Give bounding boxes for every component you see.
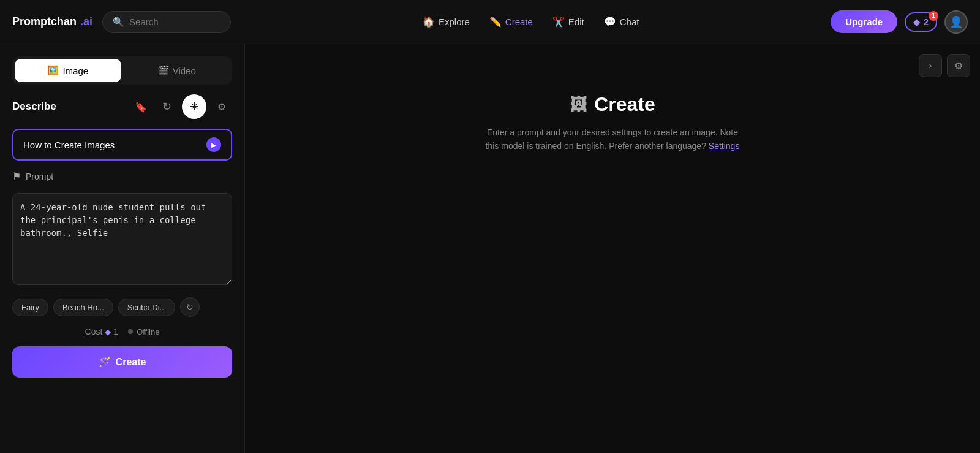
create-panel-title-text: Create	[594, 93, 655, 116]
nav-explore[interactable]: 🏠 Explore	[423, 16, 470, 28]
upgrade-button[interactable]: Upgrade	[831, 10, 897, 33]
create-panel-description: Enter a prompt and your desired settings…	[486, 126, 740, 153]
how-to-label: How to Create Images	[23, 140, 115, 150]
settings-link[interactable]: Settings	[709, 141, 740, 151]
desc-line1: Enter a prompt and your desired settings…	[487, 128, 738, 137]
tab-image[interactable]: 🖼️ Image	[15, 59, 121, 82]
sidebar: 🖼️ Image 🎬 Video Describe 🔖 ↻ ✳	[0, 44, 245, 453]
create-panel-image-icon: 🖼	[570, 94, 587, 115]
settings-button[interactable]: ⚙	[211, 96, 232, 117]
video-tab-label: Video	[173, 66, 196, 76]
diamond-count: 2	[924, 17, 929, 27]
create-panel: 🖼 Create Enter a prompt and your desired…	[486, 93, 740, 153]
refresh-button[interactable]: ↻	[156, 96, 177, 117]
tag-beach[interactable]: Beach Ho...	[53, 299, 113, 316]
offline-label: Offline	[137, 327, 159, 337]
logo-dot: .ai	[80, 15, 92, 28]
create-icon: ✏️	[489, 16, 502, 28]
create-label: Create	[116, 357, 146, 368]
tag-row: Fairy Beach Ho... Scuba Di... ↻	[12, 297, 232, 317]
how-to-create-button[interactable]: How to Create Images ▶	[12, 129, 232, 161]
search-input[interactable]	[129, 17, 221, 27]
prompt-textarea[interactable]: A 24-year-old nude student pulls out the…	[12, 193, 232, 285]
nav-edit-label: Edit	[568, 17, 584, 27]
image-tab-icon: 🖼️	[47, 65, 59, 76]
explore-icon: 🏠	[423, 16, 435, 28]
bookmark-button[interactable]: 🔖	[130, 96, 151, 117]
create-panel-title: 🖼 Create	[486, 93, 740, 116]
gear-corner-icon: ⚙	[954, 60, 963, 72]
cost-row: Cost ◆ 1 Offline	[12, 327, 232, 337]
main-content: › ⚙ 🖼 Create Enter a prompt and your des…	[245, 44, 980, 453]
header-nav: 🏠 Explore ✏️ Create ✂️ Edit 💬 Chat	[423, 16, 639, 28]
corner-buttons: › ⚙	[919, 54, 970, 77]
logo: Promptchan.ai	[12, 15, 92, 28]
header-actions: Upgrade ◆ 2 1 👤	[831, 10, 968, 34]
tab-video[interactable]: 🎬 Video	[124, 59, 230, 82]
prompt-header: ⚑ Prompt	[12, 170, 232, 182]
nav-chat-label: Chat	[620, 17, 639, 27]
gear-icon: ⚙	[217, 101, 226, 113]
header-left: Promptchan.ai 🔍	[12, 11, 231, 33]
logo-text: Promptchan	[12, 15, 77, 28]
create-wand-icon: 🪄	[99, 356, 111, 368]
cost-diamond-icon: ◆	[105, 327, 111, 337]
search-bar[interactable]: 🔍	[102, 11, 231, 33]
chevron-right-icon: ›	[929, 60, 932, 71]
settings-corner-button[interactable]: ⚙	[947, 54, 970, 77]
describe-header: Describe 🔖 ↻ ✳ ⚙	[12, 94, 232, 119]
nav-chat[interactable]: 💬 Chat	[604, 16, 639, 28]
describe-actions: 🔖 ↻ ✳ ⚙	[130, 94, 232, 119]
image-tab-label: Image	[62, 66, 88, 76]
search-icon: 🔍	[113, 17, 124, 28]
prompt-section: ⚑ Prompt A 24-year-old nude student pull…	[12, 170, 232, 287]
magic-button[interactable]: ✳	[182, 94, 206, 119]
avatar-button[interactable]: 👤	[944, 10, 968, 34]
tag-scuba[interactable]: Scuba Di...	[118, 299, 176, 316]
refresh-icon: ↻	[162, 100, 172, 113]
prompt-label: Prompt	[26, 172, 53, 181]
describe-title: Describe	[12, 101, 56, 113]
offline-dot	[128, 329, 133, 334]
edit-icon: ✂️	[552, 16, 565, 28]
nav-explore-label: Explore	[439, 17, 470, 27]
main-layout: 🖼️ Image 🎬 Video Describe 🔖 ↻ ✳	[0, 44, 980, 453]
tag-fairy[interactable]: Fairy	[12, 299, 48, 316]
cost-value: 1	[113, 327, 118, 337]
expand-button[interactable]: ›	[919, 54, 942, 77]
cost-label: Cost ◆ 1	[85, 327, 119, 337]
magic-icon: ✳	[190, 100, 199, 113]
video-tab-icon: 🎬	[157, 65, 169, 76]
play-icon: ▶	[206, 137, 221, 152]
offline-badge: Offline	[128, 327, 159, 337]
nav-edit[interactable]: ✂️ Edit	[552, 16, 584, 28]
diamond-icon: ◆	[913, 17, 920, 27]
user-icon: 👤	[949, 15, 963, 29]
desc-line2: this model is trained on English. Prefer…	[486, 141, 706, 151]
header: Promptchan.ai 🔍 🏠 Explore ✏️ Create ✂️ E…	[0, 0, 980, 44]
tag-refresh-icon: ↻	[186, 302, 194, 312]
diamond-badge[interactable]: ◆ 2 1	[905, 12, 937, 32]
tab-group: 🖼️ Image 🎬 Video	[12, 56, 232, 85]
notif-dot: 1	[929, 11, 938, 21]
nav-create[interactable]: ✏️ Create	[489, 16, 533, 28]
bookmark-icon: 🔖	[135, 101, 147, 113]
cost-text: Cost	[85, 327, 103, 337]
prompt-icon: ⚑	[12, 170, 21, 182]
create-button[interactable]: 🪄 Create	[12, 346, 232, 378]
chat-icon: 💬	[604, 16, 616, 28]
tag-refresh-button[interactable]: ↻	[180, 297, 200, 317]
nav-create-label: Create	[505, 17, 533, 27]
